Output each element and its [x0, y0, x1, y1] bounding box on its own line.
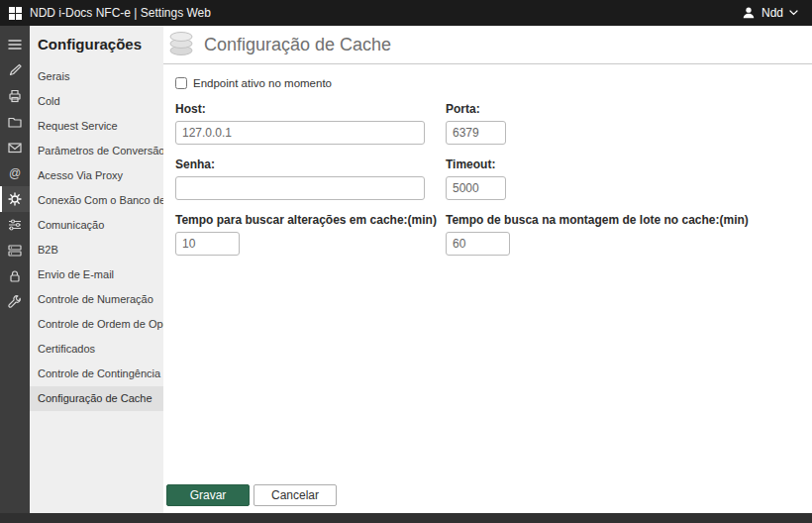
endpoint-active-label: Endpoint ativo no momento	[193, 77, 332, 89]
settings-sidebar: Configurações Gerais Cold Request Servic…	[30, 26, 163, 513]
sidebar-item-gerais[interactable]: Gerais	[30, 64, 163, 89]
tempo-buscar-alteracoes-input[interactable]	[175, 232, 240, 256]
sidebar-item-comunicacao[interactable]: Comunicação	[30, 213, 163, 238]
sliders-icon[interactable]	[0, 212, 30, 238]
sidebar-item-cold[interactable]: Cold	[30, 89, 163, 114]
porta-input[interactable]	[446, 121, 506, 145]
lock-icon[interactable]	[0, 263, 30, 289]
save-button[interactable]: Gravar	[166, 484, 250, 506]
windows-grid-icon	[0, 0, 30, 26]
sidebar-item-controle-numeracao[interactable]: Controle de Numeração	[30, 287, 163, 312]
wrench-icon[interactable]	[0, 289, 30, 315]
sidebar-item-b2b[interactable]: B2B	[30, 238, 163, 262]
titlebar: NDD i-Docs NFC-e | Settings Web Ndd	[0, 0, 812, 26]
senha-label: Senha:	[175, 157, 446, 171]
timeout-input[interactable]	[446, 176, 506, 200]
brush-icon[interactable]	[0, 57, 30, 83]
at-sign-icon[interactable]: @	[0, 160, 30, 186]
tempo-buscar-alteracoes-label: Tempo para buscar alterações em cache:(m…	[175, 213, 446, 227]
main-content: Configuração de Cache Endpoint ativo no …	[163, 26, 812, 513]
user-icon	[742, 6, 756, 20]
sidebar-item-certificados[interactable]: Certificados	[30, 337, 163, 362]
sidebar-item-conexao-banco-dados[interactable]: Conexão Com o Banco de Dados	[30, 188, 163, 213]
sidebar-item-parametros-conversao[interactable]: Parâmetros de Conversão	[30, 139, 163, 163]
sidebar-item-configuracao-cache[interactable]: Configuração de Cache	[30, 386, 163, 411]
server-icon[interactable]	[0, 238, 30, 263]
tempo-busca-lote-input[interactable]	[446, 232, 510, 256]
timeout-label: Timeout:	[446, 157, 506, 171]
user-menu[interactable]: Ndd	[728, 0, 812, 26]
porta-label: Porta:	[446, 102, 506, 116]
host-input[interactable]	[175, 121, 425, 145]
mail-icon[interactable]	[0, 135, 30, 160]
sidebar-item-envio-email[interactable]: Envio de E-mail	[30, 262, 163, 287]
sidebar-item-request-service[interactable]: Request Service	[30, 114, 163, 139]
senha-input[interactable]	[175, 176, 425, 200]
chevron-down-icon	[789, 10, 798, 16]
page-title: Configuração de Cache	[204, 35, 391, 55]
page-header: Configuração de Cache	[163, 26, 812, 64]
sidebar-item-controle-contingencia[interactable]: Controle de Contingência	[30, 362, 163, 386]
printer-icon[interactable]	[0, 83, 30, 109]
folder-icon[interactable]	[0, 109, 30, 135]
menu-icon[interactable]	[0, 32, 30, 57]
app-title: NDD i-Docs NFC-e | Settings Web	[30, 6, 211, 20]
sidebar-heading: Configurações	[30, 26, 163, 64]
host-label: Host:	[175, 102, 446, 116]
endpoint-active-checkbox[interactable]	[175, 77, 187, 89]
database-icon	[166, 31, 196, 58]
tempo-busca-lote-label: Tempo de busca na montagem de lote no ca…	[446, 213, 749, 227]
icon-rail: @	[0, 26, 30, 513]
settings-gear-icon[interactable]	[0, 186, 30, 212]
user-name: Ndd	[761, 6, 783, 20]
cancel-button[interactable]: Cancelar	[254, 484, 337, 506]
sidebar-item-acesso-via-proxy[interactable]: Acesso Via Proxy	[30, 163, 163, 188]
footer-bar	[0, 513, 812, 523]
svg-text:@: @	[9, 166, 21, 180]
sidebar-item-controle-ordem-operacao[interactable]: Controle de Ordem de Operação	[30, 312, 163, 337]
